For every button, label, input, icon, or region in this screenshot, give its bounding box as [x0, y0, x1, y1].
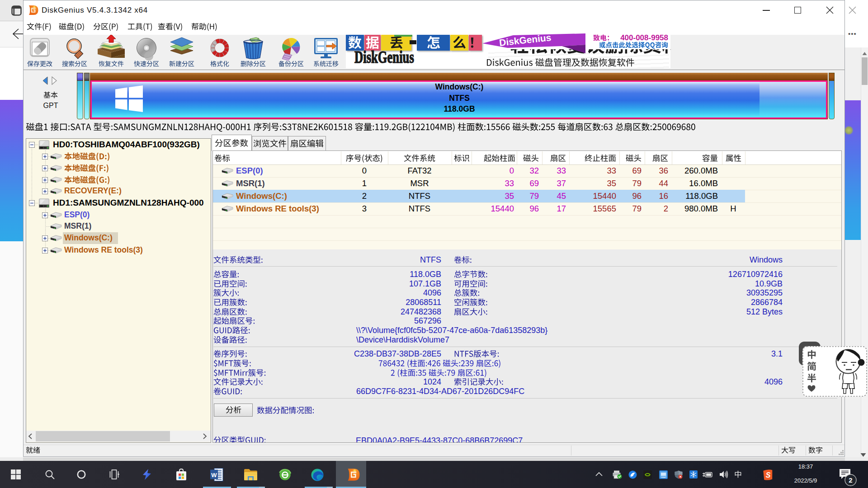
svg-text:intel: intel [661, 476, 665, 479]
svg-text:W: W [211, 472, 217, 479]
svg-text:S: S [766, 471, 771, 479]
svg-text:2: 2 [849, 476, 852, 484]
